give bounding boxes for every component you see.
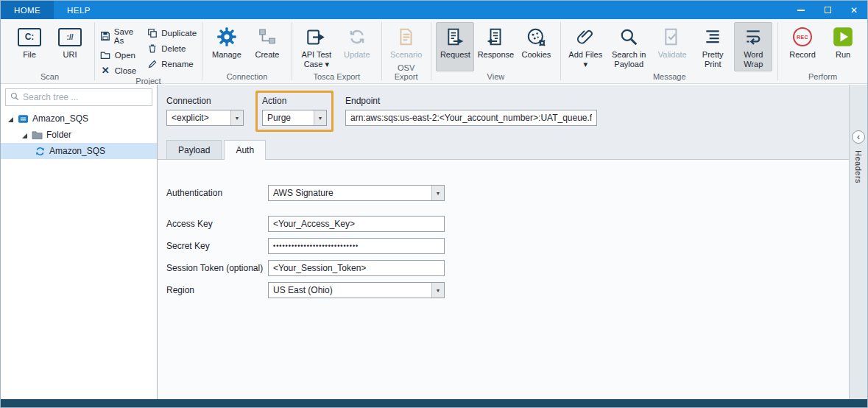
secret-key-input[interactable] <box>268 238 445 254</box>
tree-node-folder[interactable]: Folder <box>1 127 157 143</box>
close-project-icon: ✕ <box>100 65 111 76</box>
expander-icon[interactable] <box>21 131 28 138</box>
maximize-icon <box>825 7 831 13</box>
tab-auth[interactable]: Auth <box>224 140 266 160</box>
paperclip-icon <box>576 25 595 49</box>
expander-icon[interactable] <box>7 115 14 122</box>
titlebar-drag-area <box>104 1 788 19</box>
duplicate-button[interactable]: Duplicate <box>147 27 197 38</box>
tree-node-label: Folder <box>46 130 71 140</box>
endpoint-label: Endpoint <box>345 96 597 106</box>
authentication-label: Authentication <box>166 188 268 198</box>
endpoint-field: Endpoint <box>345 91 597 126</box>
record-button[interactable]: REC Record <box>783 22 822 71</box>
group-label-osv-export: OSV Export <box>382 63 431 83</box>
ribbon-group-message: Add Files ▾ Search in Payload Validate <box>561 19 777 83</box>
action-dropdown[interactable]: Purge ▼ <box>262 110 327 126</box>
group-label-scan: Scan <box>5 71 94 83</box>
tree-node-root[interactable]: Amazon_SQS <box>1 110 157 127</box>
ribbon-group-scan: C: File :// URI Scan <box>5 19 94 83</box>
uri-icon: :// <box>58 28 82 46</box>
tree-sidebar: Amazon_SQS Folder Amazon_SQS <box>1 85 158 399</box>
request-button[interactable]: Request <box>436 22 474 71</box>
connection-label: Connection <box>166 96 244 106</box>
close-icon: ✕ <box>850 6 858 15</box>
ribbon: C: File :// URI Scan Save As <box>1 19 867 84</box>
response-icon <box>486 25 505 49</box>
chevron-left-icon: ‹ <box>857 133 860 141</box>
bottom-status-bar <box>1 399 867 407</box>
cookies-button[interactable]: Cookies <box>517 22 555 71</box>
connection-dropdown[interactable]: <explicit> ▼ <box>166 110 244 126</box>
duplicate-icon <box>147 27 158 38</box>
file-button[interactable]: C: File <box>10 22 49 71</box>
tab-payload[interactable]: Payload <box>166 140 222 160</box>
scenario-button: Scenario <box>387 22 426 63</box>
scan-module-icon <box>18 113 29 124</box>
ribbon-tab-help[interactable]: HELP <box>54 1 104 19</box>
close-project-button[interactable]: ✕ Close <box>100 65 136 76</box>
update-icon <box>347 25 367 49</box>
headers-side-panel[interactable]: ‹ Headers <box>849 85 867 399</box>
session-token-input[interactable] <box>268 260 445 276</box>
uri-button[interactable]: :// URI <box>51 22 89 71</box>
request-icon <box>445 25 465 49</box>
request-editor: Connection <explicit> ▼ Action Purge ▼ <box>158 85 849 399</box>
folder-open-icon <box>100 49 111 60</box>
word-wrap-button[interactable]: Word Wrap <box>734 22 772 71</box>
access-key-label: Access Key <box>166 219 268 229</box>
authentication-dropdown[interactable]: AWS Signature ▼ <box>268 185 445 201</box>
region-dropdown[interactable]: US East (Ohio) ▼ <box>268 282 445 298</box>
titlebar: HOME HELP ✕ <box>1 1 867 19</box>
manage-connection-button[interactable]: Manage <box>208 22 246 71</box>
expand-panel-button[interactable]: ‹ <box>852 130 865 144</box>
validate-button: Validate <box>653 22 691 71</box>
ribbon-group-view: Request Response Cookies View <box>431 19 560 83</box>
gear-icon <box>216 25 237 49</box>
close-button[interactable]: ✕ <box>841 1 867 19</box>
rename-icon <box>147 58 158 69</box>
create-connection-button[interactable]: Create <box>248 22 286 71</box>
group-label-connection: Connection <box>202 71 292 83</box>
tosca-api-scan-window: HOME HELP ✕ C: File :// URI Scan <box>0 0 868 408</box>
sqs-refresh-icon <box>35 146 46 157</box>
open-button[interactable]: Open <box>100 49 136 60</box>
tree-node-amazon-sqs[interactable]: Amazon_SQS <box>1 143 157 159</box>
authentication-row: Authentication AWS Signature ▼ <box>166 185 849 201</box>
region-label: Region <box>166 285 268 295</box>
api-test-case-button[interactable]: API Test Case ▾ <box>297 22 336 71</box>
payload-auth-tabs: Payload Auth <box>158 140 849 159</box>
delete-button[interactable]: Delete <box>147 43 197 54</box>
ribbon-group-project: Save As Open ✕ Close Duplicate <box>95 19 202 83</box>
add-files-button[interactable]: Add Files ▾ <box>566 22 604 71</box>
chevron-down-icon: ▼ <box>431 283 444 298</box>
ribbon-tab-home[interactable]: HOME <box>1 1 54 19</box>
group-label-tosca-export: Tosca Export <box>292 71 381 83</box>
window-body: Amazon_SQS Folder Amazon_SQS Connection <box>1 85 867 399</box>
record-icon: REC <box>793 27 812 46</box>
run-button[interactable]: Run <box>824 22 862 71</box>
pretty-print-button[interactable]: Pretty Print <box>694 22 732 71</box>
response-button[interactable]: Response <box>476 22 515 71</box>
rename-button[interactable]: Rename <box>147 58 197 69</box>
maximize-button[interactable] <box>814 1 841 19</box>
save-icon <box>100 31 110 42</box>
endpoint-input[interactable] <box>345 110 597 126</box>
session-token-row: Session Token (optional) <box>166 260 849 276</box>
minimize-button[interactable] <box>788 1 814 19</box>
region-row: Region US East (Ohio) ▼ <box>166 282 849 298</box>
connection-row: Connection <explicit> ▼ Action Purge ▼ <box>158 85 849 132</box>
tree-search-box <box>5 88 152 106</box>
pretty-print-icon <box>703 25 722 49</box>
cookie-icon <box>526 25 546 49</box>
tree-node-label: Amazon_SQS <box>32 113 88 124</box>
access-key-input[interactable] <box>268 216 445 232</box>
headers-panel-label[interactable]: Headers <box>854 150 863 183</box>
word-wrap-icon <box>744 25 763 49</box>
scenario-icon <box>397 25 416 49</box>
group-label-message: Message <box>561 71 777 83</box>
search-in-payload-button[interactable]: Search in Payload <box>607 22 651 71</box>
tree-search-input[interactable] <box>23 92 147 102</box>
save-as-button[interactable]: Save As <box>100 27 136 45</box>
group-label-perform: Perform <box>778 71 867 83</box>
